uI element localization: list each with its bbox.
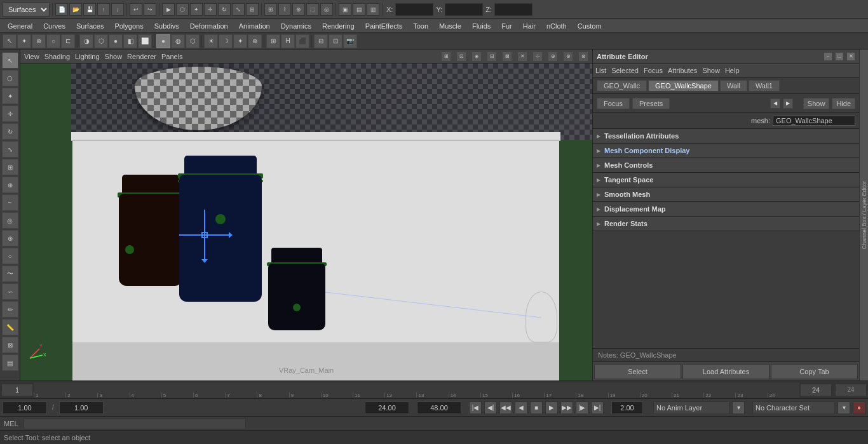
step-fwd-btn[interactable]: |▶ (576, 401, 588, 414)
show-manip-btn[interactable]: ◎ (2, 212, 18, 229)
render-all-icon[interactable]: ▤ (353, 3, 365, 16)
section-tessellation-header[interactable]: ▶ Tessellation Attributes (593, 129, 859, 143)
vp-icon7[interactable]: ⊹ (532, 51, 543, 62)
cv-curve-btn[interactable]: 〜 (2, 266, 18, 282)
copy-tab-button[interactable]: Copy Tab (771, 364, 858, 379)
focus-button[interactable]: Focus (597, 98, 630, 109)
current-time-field[interactable]: 1.00 (3, 401, 47, 414)
tab-geo-wallcshape[interactable]: GEO_WallcShape (648, 80, 719, 91)
menu-custom[interactable]: Custom (573, 21, 607, 31)
mesh-value-input[interactable] (773, 116, 855, 126)
pencil-btn[interactable]: ✏ (2, 301, 18, 318)
show-grid-icon[interactable]: ⊞ (266, 34, 280, 48)
paint-select-tool-btn[interactable]: ✦ (2, 88, 18, 104)
lasso-icon[interactable]: ⬡ (176, 3, 189, 16)
stop-btn[interactable]: ■ (530, 401, 543, 414)
create-joint-btn[interactable]: ○ (2, 248, 18, 264)
show-button[interactable]: Show (803, 98, 830, 109)
vp-view-menu[interactable]: View (24, 53, 39, 60)
section-mesh-component-header[interactable]: ▶ Mesh Component Display (593, 144, 859, 158)
channel-box-strip[interactable]: Channel Box / Layer Editor (859, 50, 868, 380)
attr-menu-show[interactable]: Show (702, 67, 720, 74)
snap-live-icon[interactable]: ◎ (320, 3, 333, 16)
section-render-stats-header[interactable]: ▶ Render Stats (593, 217, 859, 231)
menu-hair[interactable]: Hair (518, 21, 541, 31)
select-button[interactable]: Select (594, 364, 681, 379)
open-icon[interactable]: 📂 (69, 3, 82, 16)
vp-icon9[interactable]: ⊛ (563, 51, 573, 62)
object-mode-icon[interactable]: ○ (46, 34, 60, 48)
attr-menu-selected[interactable]: Selected (611, 67, 639, 74)
section-displacement-map-header[interactable]: ▶ Displacement Map (593, 202, 859, 216)
attr-menu-attributes[interactable]: Attributes (668, 67, 697, 74)
save-icon[interactable]: 💾 (83, 3, 96, 16)
vp-icon8[interactable]: ⊕ (548, 51, 558, 62)
vp-renderer-menu[interactable]: Renderer (127, 53, 156, 60)
scale-tool-btn[interactable]: ⤡ (2, 141, 18, 158)
sphere-preview-icon[interactable]: ● (156, 34, 170, 48)
x-coord-input[interactable] (395, 3, 433, 16)
char-set-dropdown[interactable]: ▾ (837, 401, 850, 414)
menu-ncloth[interactable]: nCloth (541, 21, 572, 31)
attr-menu-list[interactable]: List (595, 67, 606, 74)
anim-layer-field[interactable]: No Anim Layer (653, 401, 729, 414)
snap-panel-icon[interactable]: ⊟ (314, 34, 328, 48)
transform-icon[interactable]: ⊞ (246, 3, 259, 16)
anim-layer-dropdown[interactable]: ▾ (732, 401, 745, 414)
lasso-tool-btn[interactable]: ⬡ (2, 70, 18, 86)
move-icon[interactable]: ✛ (204, 3, 217, 16)
menu-general[interactable]: General (3, 21, 37, 31)
shading-icon[interactable]: ◑ (79, 34, 93, 48)
menu-dynamics[interactable]: Dynamics (276, 21, 316, 31)
ep-curve-btn[interactable]: ∽ (2, 283, 18, 300)
menu-subdivs[interactable]: Subdivs (149, 21, 184, 31)
menu-surfaces[interactable]: Surfaces (71, 21, 109, 31)
timeline-ruler[interactable]: 1 2 3 4 5 6 7 8 9 10 11 12 13 14 15 16 1… (34, 382, 799, 398)
hardware-preview-icon[interactable]: ⬡ (186, 34, 200, 48)
vp-panels-menu[interactable]: Panels (161, 53, 183, 60)
tab-wall[interactable]: Wall (720, 80, 747, 91)
play-fwd-btn[interactable]: ▶ (545, 401, 558, 414)
paint-select-icon[interactable]: ✦ (17, 34, 31, 48)
timeline-start-value[interactable]: 1 (1, 384, 33, 396)
component-mode-icon[interactable]: ⊕ (32, 34, 46, 48)
end-time-field[interactable]: 24.00 (365, 401, 409, 414)
menu-fur[interactable]: Fur (496, 21, 517, 31)
menu-rendering[interactable]: Rendering (317, 21, 360, 31)
mel-input[interactable] (24, 418, 246, 429)
snap-grid-icon[interactable]: ⊞ (264, 3, 277, 16)
soft-mod-btn[interactable]: ⊕ (2, 177, 18, 193)
next-key-btn[interactable]: ▶▶ (560, 401, 573, 414)
surfaces-dropdown[interactable]: Surfaces (3, 3, 50, 17)
smooth-shading-icon[interactable]: ● (109, 34, 123, 48)
menu-fluids[interactable]: Fluids (467, 21, 496, 31)
range-end-field[interactable]: 48.00 (417, 401, 461, 414)
go-start-btn[interactable]: |◀ (469, 401, 482, 414)
snap-point-icon[interactable]: ⊕ (292, 3, 305, 16)
tab-wall1[interactable]: Wall1 (749, 80, 780, 91)
attr-maximize-icon[interactable]: □ (835, 52, 844, 61)
lighting-icon3[interactable]: ✦ (233, 34, 247, 48)
tab-geo-wallc[interactable]: GEO_Wallc (597, 80, 647, 91)
timeline-end-value[interactable]: 24 (800, 384, 832, 396)
menu-deformation[interactable]: Deformation (185, 21, 233, 31)
playback-speed-field[interactable]: 2.00 (611, 401, 643, 414)
render-icon[interactable]: ▣ (339, 3, 351, 16)
viewport-canvas[interactable]: Y X VRay_Cam_Main (20, 64, 592, 380)
lighting-icon4[interactable]: ⊕ (248, 34, 262, 48)
resolution-gate-icon[interactable]: ⬛ (295, 34, 309, 48)
select-mode-icon[interactable]: ↖ (3, 34, 17, 48)
lighting-icon1[interactable]: ☀ (204, 34, 218, 48)
vp-icon1[interactable]: ⊞ (441, 51, 451, 62)
vp-shading-menu[interactable]: Shading (44, 53, 70, 60)
move-tool-btn[interactable]: ✛ (2, 105, 18, 122)
section-mesh-controls-header[interactable]: ▶ Mesh Controls (593, 158, 859, 172)
vp-icon3[interactable]: ◈ (471, 51, 482, 62)
scale-icon[interactable]: ⤡ (232, 3, 245, 16)
section-tangent-space-header[interactable]: ▶ Tangent Space (593, 173, 859, 187)
sculpt-btn[interactable]: ~ (2, 194, 18, 211)
menu-polygons[interactable]: Polygons (109, 21, 148, 31)
presets-button[interactable]: Presets (632, 98, 670, 109)
rotate-icon[interactable]: ↻ (218, 3, 231, 16)
attr-collapse-icon[interactable]: ▶ (783, 98, 793, 109)
